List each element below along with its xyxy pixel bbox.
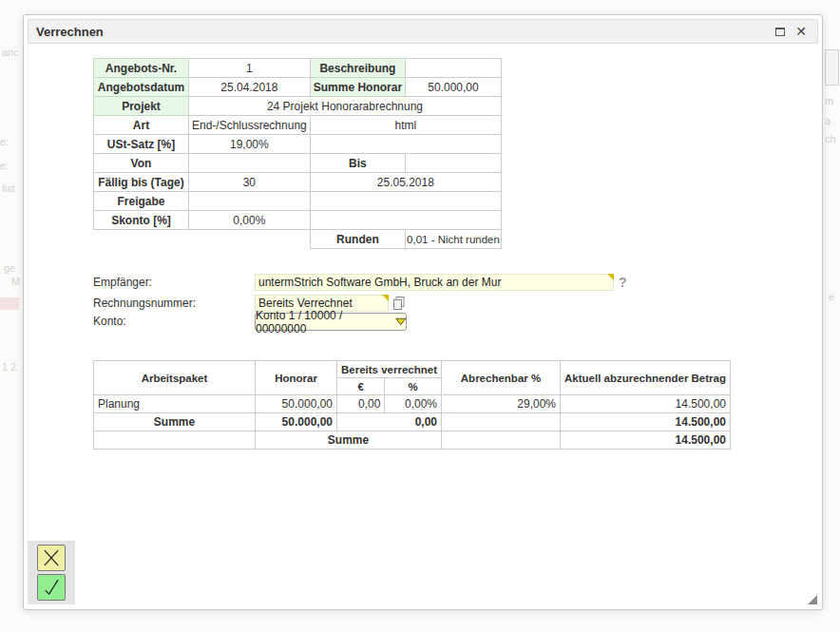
konto-select[interactable]: Konto 1 / 10000 / 00000000: [255, 313, 407, 331]
resize-handle[interactable]: [808, 595, 817, 604]
col-abrechenbar: Abrechenbar %: [442, 361, 561, 395]
table-row: Skonto [%] 0,00%: [94, 211, 502, 230]
abrechenbar-cell[interactable]: 29,00%: [442, 395, 561, 413]
corner-marker-icon: [607, 274, 614, 280]
background-text-fragment: m: [825, 95, 833, 106]
beschreibung-value[interactable]: [406, 59, 502, 78]
freigabe-extra-cell[interactable]: [310, 192, 501, 211]
projekt-value[interactable]: 24 Projekt Honorarabrechnung: [189, 97, 502, 116]
col-bereits-verrechnet: Bereits verrechnet: [337, 361, 442, 378]
empfaenger-input[interactable]: [255, 274, 614, 291]
close-button[interactable]: ✕: [792, 23, 810, 40]
corner-marker-icon: [382, 295, 389, 301]
col-betrag: Aktuell abzurechnender Betrag: [561, 361, 731, 395]
skonto-extra-cell[interactable]: [310, 211, 501, 230]
maximize-button[interactable]: [772, 23, 789, 40]
verrechnen-dialog: Verrechnen ✕ Angebots-Nr. 1 Beschreibung…: [23, 14, 823, 610]
table-row: Projekt 24 Projekt Honorarabrechnung: [94, 97, 502, 116]
art-value[interactable]: End-/Schlussrechnung: [189, 116, 311, 135]
cancel-x-icon: [40, 547, 63, 568]
background-text-fragment: a: [825, 115, 830, 126]
background-text-fragment: e: [829, 291, 834, 302]
angebotsdatum-label: Angebotsdatum: [94, 78, 189, 97]
col-honorar: Honorar: [256, 361, 337, 395]
skonto-value[interactable]: 0,00%: [189, 211, 311, 230]
help-icon[interactable]: ?: [619, 275, 627, 290]
beschreibung-label: Beschreibung: [310, 59, 405, 78]
sum-label: Summe: [94, 413, 256, 431]
ust-satz-value[interactable]: 19,00%: [189, 135, 311, 154]
table-row: Freigabe: [94, 192, 502, 211]
faellig-bis-label: Fällig bis (Tage): [94, 173, 189, 192]
faellig-tage-value[interactable]: 30: [189, 173, 311, 192]
copy-icon: [391, 296, 407, 311]
confirm-check-icon: [40, 577, 63, 598]
background-text-fragment: e:: [0, 136, 9, 147]
col-euro: €: [337, 378, 385, 395]
spacer-cell: [94, 230, 189, 249]
close-icon: ✕: [795, 25, 807, 38]
summe-honorar-value[interactable]: 50.000,00: [406, 78, 502, 97]
sum-verrechnet: 0,00: [337, 413, 442, 431]
rechnungsnummer-label: Rechnungsnummer:: [93, 297, 196, 310]
background-text-fragment: 1 2: [2, 361, 16, 373]
konto-label: Konto:: [93, 315, 126, 328]
sum-honorar: 50.000,00: [256, 413, 337, 431]
background-text-fragment: list: [2, 182, 14, 194]
art-format-value[interactable]: html: [310, 116, 501, 135]
freigabe-label: Freigabe: [94, 192, 189, 211]
table-row: Planung 50.000,00 0,00 0,00% 29,00% 14.5…: [94, 395, 731, 413]
background-text-fragment: ge: [4, 262, 15, 274]
dialog-title: Verrechnen: [36, 25, 768, 39]
runden-label: Runden: [310, 230, 405, 249]
table-row: USt-Satz [%] 19,00%: [94, 135, 502, 154]
table-header-row: Arbeitspaket Honorar Bereits verrechnet …: [94, 361, 731, 378]
euro-cell[interactable]: 0,00: [337, 395, 385, 413]
sum-betrag: 14.500,00: [561, 413, 731, 431]
angebotsdatum-value[interactable]: 25.04.2018: [189, 78, 311, 97]
copy-button[interactable]: [391, 296, 407, 311]
total-betrag: 14.500,00: [561, 431, 731, 450]
action-button-panel: [28, 541, 75, 604]
chevron-down-icon: [395, 317, 406, 326]
background-text-fragment: M: [11, 276, 20, 287]
background-text-fragment: ch: [825, 133, 836, 144]
bis-label: Bis: [310, 154, 405, 173]
von-value[interactable]: [189, 154, 311, 173]
honorar-cell[interactable]: 50.000,00: [256, 395, 337, 413]
betrag-cell[interactable]: 14.500,00: [561, 395, 731, 413]
background-highlight-row: [0, 297, 19, 310]
table-row: Angebotsdatum 25.04.2018 Summe Honorar 5…: [94, 78, 502, 97]
sum-row: Summe 50.000,00 0,00 14.500,00: [94, 413, 731, 431]
bis-value[interactable]: [406, 154, 502, 173]
ust-satz-label: USt-Satz [%]: [94, 135, 189, 154]
background-panel-edge: [825, 49, 839, 86]
percent-cell[interactable]: 0,00%: [385, 395, 442, 413]
skonto-label: Skonto [%]: [94, 211, 189, 230]
runden-value[interactable]: 0,01 - Nicht runden: [406, 230, 502, 249]
konto-selected-value: Konto 1 / 10000 / 00000000: [256, 309, 391, 335]
faellig-datum-value[interactable]: 25.05.2018: [310, 173, 501, 192]
spacer-cell: [189, 230, 311, 249]
cancel-button[interactable]: [37, 545, 66, 571]
background-text-fragment: anc: [2, 47, 19, 58]
dialog-titlebar[interactable]: Verrechnen ✕: [28, 19, 818, 44]
freigabe-value[interactable]: [189, 192, 311, 211]
angebots-nr-label: Angebots-Nr.: [94, 59, 189, 78]
maximize-icon: [775, 28, 785, 36]
offer-form-table: Angebots-Nr. 1 Beschreibung Angebotsdatu…: [93, 58, 502, 249]
confirm-button[interactable]: [37, 574, 66, 601]
col-arbeitspaket: Arbeitspaket: [94, 361, 256, 395]
table-row: Von Bis: [94, 154, 502, 173]
arbeitspaket-cell[interactable]: Planung: [94, 395, 256, 413]
billing-table: Arbeitspaket Honorar Bereits verrechnet …: [93, 360, 731, 450]
angebots-nr-value[interactable]: 1: [189, 59, 311, 78]
table-row: Fällig bis (Tage) 30 25.05.2018: [94, 173, 502, 192]
projekt-label: Projekt: [94, 97, 189, 116]
empfaenger-label: Empfänger:: [93, 276, 152, 289]
background-text-fragment: e:: [0, 160, 9, 171]
table-row: Angebots-Nr. 1 Beschreibung: [94, 59, 502, 78]
ust-extra-cell[interactable]: [310, 135, 501, 154]
summe-honorar-label: Summe Honorar: [310, 78, 405, 97]
table-row: Runden 0,01 - Nicht runden: [94, 230, 502, 249]
